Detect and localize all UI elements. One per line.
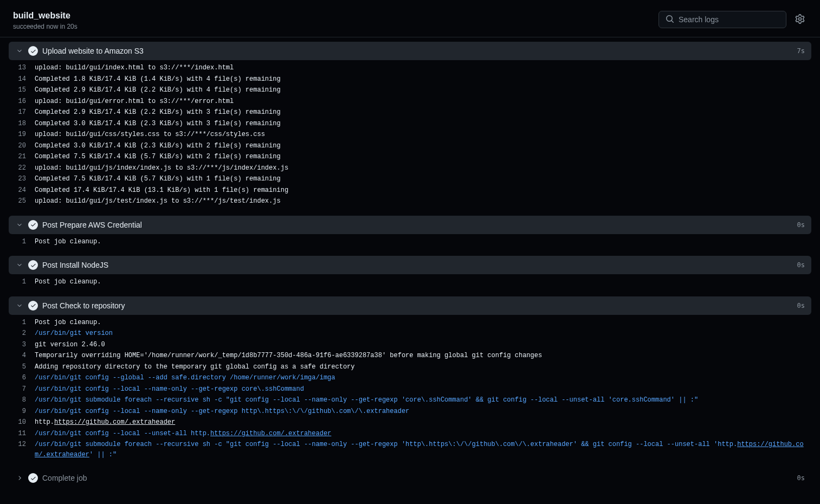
job-header: build_website succeeded now in 20s xyxy=(0,0,820,37)
line-number: 1 xyxy=(9,318,35,328)
line-content: /usr/bin/git config --local --name-only … xyxy=(35,406,811,417)
line-number: 17 xyxy=(9,107,35,118)
search-icon xyxy=(666,15,674,25)
line-number: 5 xyxy=(9,362,35,372)
log-body: 1Post job cleanup. xyxy=(9,274,811,292)
log-line: 23Completed 7.5 KiB/17.4 KiB (5.7 KiB/s)… xyxy=(9,173,811,185)
step: Post Check to repository0s1Post job clea… xyxy=(9,296,811,465)
line-number: 10 xyxy=(9,417,35,428)
line-number: 3 xyxy=(9,340,35,350)
log-line: 21Completed 7.5 KiB/17.4 KiB (5.7 KiB/s)… xyxy=(9,151,811,163)
log-body: 1Post job cleanup.2/usr/bin/git version3… xyxy=(9,315,811,465)
settings-button[interactable] xyxy=(793,12,807,28)
log-line: 2/usr/bin/git version xyxy=(9,328,811,339)
chevron-right-icon xyxy=(15,474,24,482)
step-duration: 0s xyxy=(797,261,805,269)
step-duration: 0s xyxy=(797,221,805,229)
line-content: /usr/bin/git config --local --unset-all … xyxy=(35,429,811,439)
line-content: Post job cleanup. xyxy=(35,237,811,247)
step-header[interactable]: Post Check to repository0s xyxy=(9,296,811,315)
step-header[interactable]: Post Prepare AWS Credential0s xyxy=(9,216,811,234)
line-number: 21 xyxy=(9,152,35,162)
log-line: 18Completed 3.0 KiB/17.4 KiB (2.3 KiB/s)… xyxy=(9,118,811,130)
check-circle-icon xyxy=(28,220,38,230)
line-content: Completed 17.4 KiB/17.4 KiB (13.1 KiB/s)… xyxy=(35,185,811,196)
line-number: 19 xyxy=(9,130,35,140)
search-logs[interactable] xyxy=(658,11,786,28)
line-content: git version 2.46.0 xyxy=(35,340,811,350)
step-header[interactable]: Upload website to Amazon S37s xyxy=(9,42,811,60)
log-line: 1Post job cleanup. xyxy=(9,276,811,288)
log-body: 1Post job cleanup. xyxy=(9,234,811,252)
step: Post Install NodeJS0s1Post job cleanup. xyxy=(9,256,811,292)
line-content: Temporarily overriding HOME='/home/runne… xyxy=(35,351,811,361)
log-line: 8/usr/bin/git submodule foreach --recurs… xyxy=(9,395,811,406)
chevron-down-icon xyxy=(15,301,24,310)
step-duration: 0s xyxy=(797,474,805,482)
search-input[interactable] xyxy=(679,15,779,24)
line-number: 18 xyxy=(9,119,35,129)
line-content: upload: build/gui/js/test/index.js to s3… xyxy=(35,196,811,206)
chevron-down-icon xyxy=(15,221,24,229)
job-subtitle: succeeded now in 20s xyxy=(13,23,78,30)
line-number: 11 xyxy=(9,429,35,439)
log-line: 3git version 2.46.0 xyxy=(9,339,811,351)
line-content: /usr/bin/git version xyxy=(35,328,811,339)
log-link[interactable]: https://github.com/.extraheader xyxy=(54,418,175,426)
line-content: Completed 3.0 KiB/17.4 KiB (2.3 KiB/s) w… xyxy=(35,141,811,151)
log-line: 7/usr/bin/git config --local --name-only… xyxy=(9,384,811,395)
chevron-down-icon xyxy=(15,47,24,55)
line-content: Completed 2.9 KiB/17.4 KiB (2.2 KiB/s) w… xyxy=(35,107,811,118)
line-number: 25 xyxy=(9,196,35,206)
line-number: 9 xyxy=(9,406,35,417)
log-line: 6/usr/bin/git config --global --add safe… xyxy=(9,372,811,384)
log-line: 24Completed 17.4 KiB/17.4 KiB (13.1 KiB/… xyxy=(9,185,811,196)
line-content: upload: build/gui/error.html to s3://***… xyxy=(35,96,811,107)
log-line: 11/usr/bin/git config --local --unset-al… xyxy=(9,428,811,440)
line-content: Post job cleanup. xyxy=(35,318,811,328)
step: Post Prepare AWS Credential0s1Post job c… xyxy=(9,216,811,252)
line-number: 2 xyxy=(9,328,35,339)
line-number: 7 xyxy=(9,384,35,395)
line-content: Completed 7.5 KiB/17.4 KiB (5.7 KiB/s) w… xyxy=(35,174,811,184)
line-content: Post job cleanup. xyxy=(35,277,811,287)
log-line: 20Completed 3.0 KiB/17.4 KiB (2.3 KiB/s)… xyxy=(9,140,811,152)
line-content: /usr/bin/git config --local --name-only … xyxy=(35,384,811,395)
line-number: 23 xyxy=(9,174,35,184)
log-line: 12/usr/bin/git submodule foreach --recur… xyxy=(9,439,811,460)
line-content: /usr/bin/git submodule foreach --recursi… xyxy=(35,440,811,460)
log-link[interactable]: https://github.com/.extraheader xyxy=(210,430,331,437)
line-content: Adding repository directory to the tempo… xyxy=(35,362,811,372)
line-content: upload: build/gui/js/index/index.js to s… xyxy=(35,163,811,173)
line-content: Completed 7.5 KiB/17.4 KiB (5.7 KiB/s) w… xyxy=(35,152,811,162)
line-content: Completed 1.8 KiB/17.4 KiB (1.4 KiB/s) w… xyxy=(35,74,811,85)
line-content: Completed 2.9 KiB/17.4 KiB (2.2 KiB/s) w… xyxy=(35,85,811,95)
log-line: 13upload: build/gui/index.html to s3://*… xyxy=(9,62,811,74)
step-header[interactable]: Post Install NodeJS0s xyxy=(9,256,811,274)
line-number: 4 xyxy=(9,351,35,361)
log-line: 5Adding repository directory to the temp… xyxy=(9,361,811,373)
line-number: 15 xyxy=(9,85,35,95)
line-number: 22 xyxy=(9,163,35,173)
line-number: 14 xyxy=(9,74,35,85)
line-number: 1 xyxy=(9,237,35,247)
log-line: 1Post job cleanup. xyxy=(9,317,811,328)
line-number: 1 xyxy=(9,277,35,287)
step: Upload website to Amazon S37s13upload: b… xyxy=(9,42,811,211)
step: Complete job0s xyxy=(9,469,811,487)
chevron-down-icon xyxy=(15,261,24,269)
log-line: 17Completed 2.9 KiB/17.4 KiB (2.2 KiB/s)… xyxy=(9,107,811,118)
step-title: Complete job xyxy=(42,474,793,482)
log-line: 16upload: build/gui/error.html to s3://*… xyxy=(9,96,811,107)
step-title: Post Install NodeJS xyxy=(42,261,793,269)
log-line: 25upload: build/gui/js/test/index.js to … xyxy=(9,196,811,207)
line-number: 12 xyxy=(9,440,35,450)
step-title: Upload website to Amazon S3 xyxy=(42,47,793,55)
log-line: 10http.https://github.com/.extraheader xyxy=(9,417,811,428)
line-content: Completed 3.0 KiB/17.4 KiB (2.3 KiB/s) w… xyxy=(35,119,811,129)
steps-list: Upload website to Amazon S37s13upload: b… xyxy=(0,37,820,500)
line-content: /usr/bin/git submodule foreach --recursi… xyxy=(35,395,811,405)
log-link[interactable]: https://github.com/.extraheader xyxy=(35,441,804,458)
step-header[interactable]: Complete job0s xyxy=(9,469,811,487)
log-line: 19upload: build/gui/css/styles.css to s3… xyxy=(9,129,811,140)
